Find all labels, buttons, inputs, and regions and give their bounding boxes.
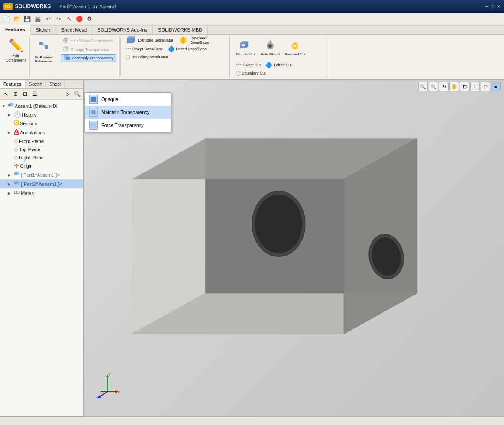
undo-btn[interactable]: ↩ — [43, 14, 53, 24]
lofted-boss-btn[interactable]: 🔷 Lofted Boss/Base — [166, 45, 209, 53]
tab-sketch[interactable]: Sketch — [31, 25, 56, 34]
boundary-cut-label: Boundary Cut — [242, 71, 266, 75]
right-plane-label: Right Plane — [19, 155, 44, 160]
force-transparency-label: Force Transparency — [101, 123, 144, 128]
boss-row-1: Extruded Boss/Base Revolved Boss/Base — [123, 37, 228, 45]
minimize-btn[interactable]: ─ — [485, 4, 489, 10]
tab-sheetmetal[interactable]: Sheet Metal — [56, 25, 93, 34]
tree-right-plane[interactable]: ▶ ◇ Right Plane — [0, 153, 83, 162]
revolved-boss-btn[interactable]: Revolved Boss/Base — [176, 37, 227, 45]
dropdown-opaque[interactable]: Opaque — [85, 93, 171, 106]
view-toolbar: 🔍 🔍 ↻ ✋ ⊞ ≡ □ ● — [418, 82, 501, 91]
assembly-transparency-icon — [64, 54, 71, 62]
tree-history[interactable]: ▶ 🕐 History — [0, 110, 83, 119]
statusbar — [0, 416, 504, 425]
tree-mates[interactable]: ▶ Mates — [0, 188, 83, 198]
svg-point-19 — [268, 44, 272, 48]
extruded-cut-btn[interactable]: Extruded Cut — [234, 37, 258, 61]
svg-text:Z: Z — [96, 395, 99, 398]
save-btn[interactable]: 💾 — [23, 14, 32, 24]
part2-label: [ Part2^Assem1 ]< — [21, 182, 62, 187]
svg-line-2 — [43, 43, 45, 47]
sidebar-tool-expand[interactable]: ⊞ — [11, 90, 20, 98]
boss-row-2: 〰 Swept Boss/Base 🔷 Lofted Boss/Base — [123, 45, 208, 53]
pan-btn[interactable]: ✋ — [449, 82, 459, 91]
sidebar-tool-collapse[interactable]: ⊟ — [21, 90, 29, 98]
sidebar-tab-features[interactable]: Features — [0, 80, 26, 88]
open-btn[interactable]: 📂 — [12, 14, 22, 24]
lofted-boss-label: Lofted Boss/Base — [176, 47, 207, 51]
no-ext-refs-btn[interactable]: No External References — [32, 37, 55, 65]
boundary-boss-btn[interactable]: ⬡ Boundary Boss/Base — [123, 53, 170, 61]
sidebar-tab-sheet[interactable]: Sheet — [46, 80, 65, 88]
tab-features[interactable]: Features — [0, 25, 31, 35]
annotations-icon: A — [14, 129, 19, 136]
svg-rect-8 — [66, 57, 70, 60]
extruded-boss-icon — [125, 36, 136, 46]
select-btn[interactable]: ↖ — [64, 14, 74, 24]
annotations-expander: ▶ — [8, 130, 13, 135]
annotations-label: Annotations — [20, 130, 45, 135]
dropdown-maintain-transparency[interactable]: Maintain Transparency — [85, 106, 171, 119]
dropdown-force-transparency[interactable]: Force Transparency — [85, 119, 171, 132]
tab-addins[interactable]: SOLIDWORKS Add-Ins — [92, 25, 153, 34]
group-no-ext-refs: No External References — [30, 36, 58, 78]
tree-annotations[interactable]: ▶ A Annotations — [0, 128, 83, 137]
tree-front-plane[interactable]: ▶ ◇ Front Plane — [0, 137, 83, 145]
rotate-btn[interactable]: ↻ — [439, 82, 449, 91]
tree-part1[interactable]: ▶ [ Part1^Assem1 ]< — [0, 170, 83, 179]
extruded-boss-label: Extruded Boss/Base — [138, 39, 173, 43]
tab-mbd[interactable]: SOLIDWORKS MBD — [153, 25, 208, 34]
close-btn[interactable]: ✕ — [497, 4, 501, 10]
extruded-boss-btn[interactable]: Extruded Boss/Base — [123, 37, 175, 45]
revolved-boss-icon — [178, 36, 189, 46]
tree-origin[interactable]: ▶ ✛ Origin — [0, 162, 83, 170]
tree-sensors[interactable]: ▶ Sensors — [0, 119, 83, 128]
opaque-icon — [89, 95, 98, 104]
options-btn[interactable]: ⚙ — [85, 14, 94, 24]
maintain-transparency-label: Maintain Transparency — [101, 110, 149, 115]
svg-rect-0 — [39, 42, 43, 45]
swept-cut-btn[interactable]: 〰 Swept Cut — [234, 61, 263, 69]
part1-icon — [14, 171, 20, 178]
edit-component-items: ✏️ Edit Component — [4, 37, 27, 77]
svg-rect-17 — [242, 44, 245, 46]
assembly-transparency-btn[interactable]: Assembly Transparency — [61, 54, 116, 62]
tree-assem1[interactable]: ▼ Assem1 (Default<Di — [0, 101, 83, 110]
sensors-label: Sensors — [20, 121, 37, 126]
new-btn[interactable]: 📄 — [2, 14, 11, 24]
zoom-in-btn[interactable]: 🔍 — [418, 82, 428, 91]
display-mode-btn[interactable]: □ — [481, 82, 490, 91]
view-orient-btn[interactable]: ⊞ — [460, 82, 469, 91]
history-icon: 🕐 — [14, 111, 21, 118]
tree-top-plane[interactable]: ▶ ◇ Top Plane — [0, 145, 83, 153]
sidebar-filter-icon[interactable]: 🔍 — [73, 90, 81, 98]
traffic-btn[interactable]: 🔴 — [74, 14, 84, 24]
boundary-cut-btn[interactable]: ⬡ Boundary Cut — [234, 69, 268, 77]
change-transparency-btn[interactable]: Change Transparency — [61, 45, 116, 53]
cut-row-3: ⬡ Boundary Cut — [234, 69, 268, 77]
transparency-dropdown: Opaque Maintain Transparency Force Trans… — [84, 92, 171, 132]
tree-part2[interactable]: ▶ [ Part2^Assem1 ]< — [0, 179, 83, 188]
part1-label: [ Part1^Assem1 ]< — [21, 172, 60, 178]
sidebar-tool-more[interactable]: ▷ — [63, 90, 72, 98]
revolved-cut-btn[interactable]: Revolved Cut — [283, 37, 307, 61]
ds-logo: DS — [3, 3, 13, 10]
revolved-boss-label: Revolved Boss/Base — [190, 36, 226, 45]
sidebar-tab-sketch[interactable]: Sketch — [26, 80, 46, 88]
view-options-btn[interactable]: ≡ — [470, 82, 480, 91]
edit-component-btn[interactable]: ✏️ Edit Component — [4, 37, 27, 64]
render-btn[interactable]: ● — [491, 82, 501, 91]
sidebar-tool-select[interactable]: ↖ — [2, 90, 10, 98]
group-edit-component: ✏️ Edit Component — [2, 36, 30, 78]
lofted-cut-btn[interactable]: 🔷 Lofted Cut — [263, 61, 294, 69]
swept-boss-btn[interactable]: 〰 Swept Boss/Base — [123, 45, 165, 53]
zoom-out-btn[interactable]: 🔍 — [429, 82, 438, 91]
hide-show-btn[interactable]: Hide/Show Components — [61, 37, 116, 45]
mates-expander: ▶ — [8, 191, 13, 195]
hole-wizard-btn[interactable]: Hole Wizard — [258, 37, 282, 61]
redo-btn[interactable]: ↪ — [54, 14, 63, 24]
maximize-btn[interactable]: □ — [491, 4, 494, 10]
sidebar-tool-filter[interactable]: ☰ — [30, 90, 39, 98]
print-btn[interactable]: 🖨️ — [33, 14, 42, 24]
